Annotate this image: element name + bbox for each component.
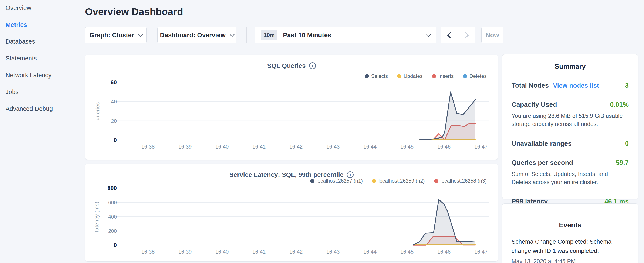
svg-text:16:47: 16:47 [474, 249, 488, 255]
chart-title: SQL Queries [267, 62, 306, 69]
service-latency-chart-card: 020040060080016:3816:3916:4016:4116:4216… [85, 164, 498, 261]
legend-dot-icon [434, 179, 438, 183]
legend-label: localhost:26257 (n1) [316, 178, 363, 184]
summary-row: Total NodesView nodes list3 [512, 76, 629, 95]
svg-text:200: 200 [108, 228, 117, 234]
info-icon[interactable] [309, 62, 316, 69]
now-button[interactable]: Now [481, 27, 503, 43]
summary-row: Capacity Used0.01%You are using 28.6 MiB… [512, 95, 629, 134]
legend-item[interactable]: Updates [397, 73, 422, 79]
events-panel: Events Schema Change Completed: Schema c… [502, 203, 638, 263]
svg-text:16:39: 16:39 [178, 249, 192, 255]
time-nav-buttons [441, 27, 475, 43]
svg-text:16:46: 16:46 [437, 144, 451, 150]
chart-title: Service Latency: SQL, 99th percentile [230, 171, 344, 178]
summary-row: Queries per second59.7Sum of Selects, Up… [512, 153, 629, 192]
svg-text:16:42: 16:42 [289, 144, 303, 150]
graph-dropdown-label: Graph: Cluster [89, 32, 134, 39]
svg-text:16:45: 16:45 [400, 144, 414, 150]
time-range-badge: 10m [261, 30, 278, 41]
sidebar-item-statements[interactable]: Statements [6, 55, 90, 62]
event-message: Schema Change Completed: Schema change w… [512, 237, 629, 255]
legend-label: localhost:26258 (n3) [440, 178, 487, 184]
summary-row-label: Queries per second [512, 159, 573, 167]
graph-dropdown[interactable]: Graph: Cluster [85, 27, 147, 43]
sidebar-item-metrics[interactable]: Metrics [6, 22, 90, 28]
sidebar: OverviewMetricsDatabasesStatementsNetwor… [0, 0, 90, 112]
chevron-down-icon [230, 32, 234, 37]
svg-text:queries: queries [94, 102, 100, 120]
dashboard-dropdown-label: Dashboard: Overview [160, 32, 225, 39]
legend-label: localhost:26259 (n2) [378, 178, 424, 184]
info-icon[interactable] [347, 171, 354, 178]
sql-queries-chart[interactable]: 020406016:3816:3916:4016:4116:4216:4316:… [85, 55, 498, 160]
svg-text:16:43: 16:43 [326, 144, 340, 150]
sidebar-item-advanced-debug[interactable]: Advanced Debug [6, 106, 90, 112]
svg-text:400: 400 [108, 214, 117, 220]
legend-dot-icon [397, 74, 401, 78]
svg-text:16:47: 16:47 [474, 144, 488, 150]
time-range-picker[interactable]: 10m Past 10 Minutes [255, 27, 436, 43]
summary-row-description: You are using 28.6 MiB of 515.9 GiB usab… [512, 112, 629, 128]
legend-label: Selects [371, 73, 388, 79]
svg-text:0: 0 [114, 137, 117, 143]
chevron-down-icon [426, 32, 431, 37]
svg-text:20: 20 [111, 118, 117, 124]
svg-text:16:42: 16:42 [289, 249, 303, 255]
svg-text:0: 0 [114, 242, 117, 248]
chart-legend: SelectsUpdatesInsertsDeletes [365, 73, 487, 79]
svg-text:16:43: 16:43 [326, 249, 340, 255]
time-forward-button[interactable] [458, 27, 475, 43]
chart-legend: localhost:26257 (n1)localhost:26259 (n2)… [310, 178, 487, 184]
event-timestamp: May 13, 2020 at 4:45 PM [512, 258, 629, 263]
summary-row: Unavailable ranges0 [512, 134, 629, 153]
legend-item[interactable]: localhost:26257 (n1) [310, 178, 363, 184]
time-range-label: Past 10 Minutes [283, 32, 331, 39]
dashboard-dropdown[interactable]: Dashboard: Overview [157, 27, 236, 43]
sidebar-item-network-latency[interactable]: Network Latency [6, 72, 90, 78]
svg-text:16:44: 16:44 [363, 249, 377, 255]
legend-item[interactable]: Inserts [432, 73, 454, 79]
svg-text:16:39: 16:39 [178, 144, 192, 150]
summary-row-label: Total Nodes [512, 82, 549, 89]
legend-dot-icon [463, 74, 467, 78]
legend-item[interactable]: Selects [365, 73, 388, 79]
sidebar-item-databases[interactable]: Databases [6, 39, 90, 45]
chevron-left-icon [447, 32, 454, 38]
svg-text:16:41: 16:41 [252, 249, 266, 255]
sidebar-item-overview[interactable]: Overview [6, 5, 90, 11]
legend-item[interactable]: Deletes [463, 73, 487, 79]
legend-label: Deletes [470, 73, 487, 79]
svg-text:16:46: 16:46 [437, 249, 451, 255]
svg-text:800: 800 [108, 185, 117, 191]
sidebar-item-jobs[interactable]: Jobs [6, 89, 90, 95]
svg-text:16:38: 16:38 [142, 144, 155, 150]
legend-dot-icon [372, 179, 376, 183]
chevron-right-icon [462, 32, 469, 38]
legend-label: Updates [404, 73, 422, 79]
chevron-down-icon [138, 32, 143, 37]
svg-text:latency (ms): latency (ms) [94, 201, 100, 232]
svg-text:16:40: 16:40 [216, 144, 229, 150]
time-back-button[interactable] [441, 27, 458, 43]
summary-row-description: Sum of Selects, Updates, Inserts, and De… [512, 170, 629, 186]
summary-title: Summary [502, 55, 638, 70]
legend-dot-icon [310, 179, 314, 183]
svg-text:16:45: 16:45 [400, 249, 414, 255]
page-title: Overview Dashboard [85, 6, 183, 18]
legend-dot-icon [432, 74, 436, 78]
legend-item[interactable]: localhost:26258 (n3) [434, 178, 487, 184]
events-title: Events [502, 204, 638, 229]
summary-row-value: 0 [625, 140, 629, 147]
svg-text:16:44: 16:44 [363, 144, 377, 150]
summary-row-label: Unavailable ranges [512, 140, 572, 147]
svg-text:16:40: 16:40 [216, 249, 229, 255]
legend-dot-icon [365, 74, 369, 78]
svg-text:16:38: 16:38 [142, 249, 155, 255]
sql-queries-chart-card: 020406016:3816:3916:4016:4116:4216:4316:… [85, 55, 498, 160]
toolbar-divider [246, 27, 247, 43]
svg-text:40: 40 [111, 99, 117, 105]
legend-item[interactable]: localhost:26259 (n2) [372, 178, 424, 184]
view-nodes-list-link[interactable]: View nodes list [553, 82, 599, 89]
summary-row-label: Capacity Used [512, 101, 557, 109]
